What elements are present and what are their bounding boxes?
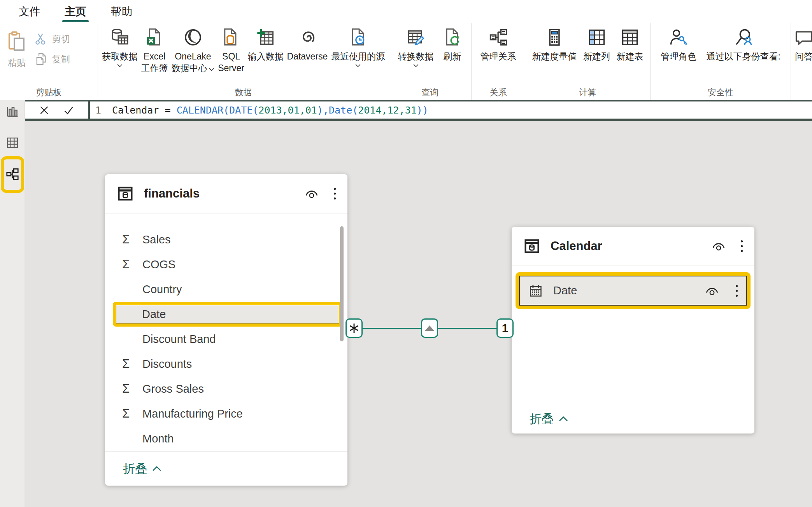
ribbon-button-label: 复制 (52, 53, 70, 65)
ribbon-button-excel-workbook[interactable]: Excel工作簿 (140, 27, 169, 74)
ribbon-button-refresh[interactable]: 刷新 (441, 27, 463, 62)
ribbon-button-label: 转换数据 (398, 51, 434, 62)
field-row-date[interactable]: Date (116, 305, 339, 323)
ribbon-button-new-column[interactable]: 新建列 (582, 27, 611, 62)
highlight-box-date: Date (113, 302, 342, 327)
ribbon-group-security: 管理角色通过以下身份查看:安全性 (651, 23, 791, 100)
ribbon-button-new-table[interactable]: 新建表 (616, 27, 645, 62)
ribbon: 粘贴剪切复制剪贴板获取数据Excel工作簿OneLake数据中心SQLServe… (0, 23, 812, 100)
field-list: ΣSalesΣCOGSCountryDateDiscount BandΣDisc… (105, 213, 347, 451)
fields-scrollbar[interactable] (340, 226, 344, 341)
collapse-label: 折叠 (123, 461, 147, 477)
formula-token-number: 2014,12,31 (358, 105, 417, 116)
model-canvas[interactable]: financialsΣSalesΣCOGSCountryDateDiscount… (25, 121, 812, 507)
hide-field-toggle[interactable] (705, 285, 719, 297)
field-more-options[interactable] (735, 284, 738, 297)
field-name: Country (142, 283, 182, 296)
menu-home-label: 主页 (65, 4, 86, 19)
ribbon-button-label: OneLake (175, 51, 211, 62)
field-name: Date (553, 284, 705, 297)
field-row-sales[interactable]: ΣSales (105, 227, 347, 252)
table-card-financials[interactable]: financialsΣSalesΣCOGSCountryDateDiscount… (105, 174, 347, 486)
ribbon-group-label-clipboard: 剪贴板 (0, 87, 98, 98)
relationship-direction-arrow[interactable] (421, 318, 438, 338)
field-row-gross-sales[interactable]: ΣGross Sales (105, 376, 347, 401)
relationship-cardinality-one[interactable]: 1 (496, 318, 514, 338)
ribbon-button-manage-roles[interactable]: 管理角色 (659, 27, 698, 62)
collapse-link[interactable]: 折叠 (123, 461, 161, 477)
ribbon-group-queries: 转换数据刷新查询 (389, 23, 472, 100)
hide-in-report-toggle[interactable] (304, 187, 319, 200)
ribbon-button-new-measure[interactable]: 新建度量值 (531, 27, 578, 62)
ribbon-group-buttons: 获取数据Excel工作簿OneLake数据中心SQLServer输入数据Data… (100, 27, 387, 87)
field-name: Sales (142, 233, 171, 246)
ribbon-button-label: 数据中心 (171, 62, 214, 74)
table-more-options[interactable] (740, 240, 744, 253)
table-header-calendar[interactable]: Calendar (512, 227, 754, 266)
table-card-calendar[interactable]: CalendarDate折叠 (512, 227, 754, 434)
ribbon-button-label: 问答 (795, 51, 812, 62)
menu-help[interactable]: 帮助 (108, 0, 135, 23)
hide-in-report-toggle[interactable] (711, 240, 726, 252)
sidebar-item-model-view[interactable] (0, 167, 25, 183)
ribbon-button-onelake-data-hub[interactable]: OneLake数据中心 (170, 27, 216, 74)
table-header-financials[interactable]: financials (105, 174, 347, 213)
ribbon-button-transform-data[interactable]: 转换数据 (397, 27, 435, 67)
field-row-country[interactable]: Country (105, 277, 347, 302)
ribbon-button-enter-data[interactable]: 输入数据 (247, 27, 285, 62)
ribbon-button-sql-server[interactable]: SQLServer (217, 27, 246, 74)
ribbon-group-buttons: 问答 (793, 27, 811, 87)
sigma-icon: Σ (122, 233, 142, 247)
field-row-discount-band[interactable]: Discount Band (105, 327, 347, 351)
formula-commit-button[interactable] (63, 105, 74, 115)
ribbon-button-paste[interactable]: 粘贴 (5, 30, 28, 69)
sidebar-item-report-view[interactable] (0, 105, 25, 120)
formula-cancel-button[interactable] (39, 105, 49, 115)
field-row-date[interactable]: Date (519, 276, 747, 306)
sigma-icon: Σ (122, 357, 142, 371)
table-more-options[interactable] (333, 187, 337, 200)
ribbon-button-qa[interactable]: 问答 (793, 27, 812, 62)
collapse-link[interactable]: 折叠 (530, 411, 568, 427)
sigma-icon: Σ (122, 382, 142, 396)
menu-file[interactable]: 文件 (16, 0, 43, 23)
ribbon-button-recent-sources[interactable]: 最近使用的源 (330, 27, 386, 67)
field-row-cogs[interactable]: ΣCOGS (105, 252, 347, 277)
ribbon-button-cut[interactable]: 剪切 (34, 32, 70, 46)
highlight-box-date: Date (516, 272, 751, 309)
ribbon-button-manage-relationships[interactable]: 管理关系 (479, 27, 517, 62)
sidebar-item-table-view[interactable] (0, 136, 25, 151)
ribbon-button-view-as[interactable]: 通过以下身份查看: (705, 27, 781, 62)
sql-server-icon (221, 27, 241, 47)
field-row-month[interactable]: Month (105, 426, 347, 451)
ribbon-button-copy[interactable]: 复制 (34, 52, 70, 66)
field-name: Gross Sales (142, 383, 204, 395)
ribbon-button-label: 新建列 (583, 51, 610, 62)
table-icon (117, 185, 134, 202)
excel-workbook-icon (144, 27, 165, 47)
formula-input[interactable]: 1 Calendar = CALENDAR(DATE(2013,01,01),D… (90, 101, 812, 119)
ribbon-button-label: 获取数据 (102, 51, 138, 62)
chevron-up-icon (153, 466, 161, 471)
table-icon (523, 238, 540, 255)
cut-icon (34, 32, 48, 46)
ribbon-group-buttons: 转换数据刷新 (391, 27, 470, 87)
relationship-cardinality-many[interactable] (345, 318, 363, 338)
clipboard-small-buttons: 剪切复制 (34, 32, 70, 66)
formula-bar: 1 Calendar = CALENDAR(DATE(2013,01,01),D… (25, 100, 812, 121)
refresh-icon (442, 27, 462, 47)
field-name: Discounts (142, 358, 192, 371)
ribbon-button-dataverse[interactable]: Dataverse (286, 27, 329, 62)
menu-home[interactable]: 主页 (62, 0, 89, 23)
field-name: COGS (142, 258, 175, 271)
ribbon-button-get-data[interactable]: 获取数据 (101, 27, 139, 67)
recent-sources-icon (348, 27, 368, 47)
ribbon-button-label: 粘贴 (8, 57, 26, 69)
ribbon-button-label: 刷新 (443, 51, 461, 62)
field-row-discounts[interactable]: ΣDiscounts (105, 351, 347, 376)
formula-token-number: 2013,01,01 (258, 105, 317, 116)
field-row-manufacturing-price[interactable]: ΣManufacturing Price (105, 401, 347, 426)
enter-data-icon (256, 27, 276, 47)
ribbon-button-label: Server (218, 62, 244, 74)
chevron-up-icon (559, 416, 568, 421)
